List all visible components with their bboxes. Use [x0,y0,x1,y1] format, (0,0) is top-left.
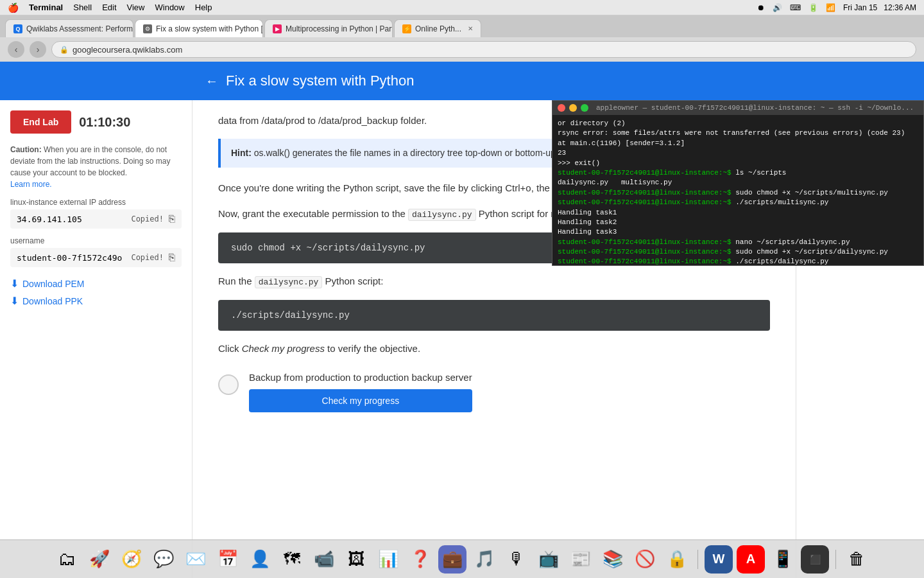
caution-title: Caution: [10,145,42,154]
dock-finder[interactable]: 🗂 [53,545,81,574]
dock-contacts[interactable]: 👤 [246,545,274,574]
terminal-body[interactable]: or directory (2) rsync error: some files… [552,115,923,266]
menu-terminal[interactable]: Terminal [29,3,63,12]
code-chmod-text: sudo chmod +x ~/scripts/dailysync.py [231,243,425,253]
ip-value-row: 34.69.141.105 Copied! ⎘ [10,209,182,229]
tab-fix-python-icon: ⚙ [143,24,152,33]
back-button[interactable]: ‹ [8,41,24,58]
page-back-button[interactable]: ← [205,74,218,89]
ip-label: linux-instance external IP address [10,198,182,207]
dock-facetime[interactable]: 📹 [310,545,338,574]
dock-maps[interactable]: 🗺 [278,545,306,574]
tab-qwiklabs-label: Qwiklabs Assessment: Perform... [26,24,133,33]
terminal-line: Handling task2 [558,218,918,227]
tab-online-python-icon: ⚡ [402,24,411,33]
dock-messages[interactable]: 💬 [150,545,178,574]
para-run: Run the dailysync.py Python script: [218,274,770,290]
terminal-titlebar: appleowner — student-00-7f1572c49011@lin… [552,101,923,115]
username-copied-badge: Copied! [131,253,164,262]
menu-help[interactable]: Help [195,3,212,12]
terminal-line: student-00-7f1572c49011@linux-instance:~… [558,257,918,266]
dock-trash[interactable]: 🗑 [843,545,871,574]
page-title: Fix a slow system with Python [226,73,414,89]
dock-music[interactable]: 🎵 [470,545,499,574]
dock-whatsapp[interactable]: 📱 [769,545,797,574]
menu-view[interactable]: View [127,3,145,12]
inline-code-dailysync2: dailysync.py [255,276,323,288]
hint-label: Hint: [231,148,252,158]
learn-more-link[interactable]: Learn more. [10,180,52,189]
menubar-datetime: Fri Jan 15 12:36 AM [843,3,916,12]
terminal-line: rsync error: some files/attrs were not t… [558,128,918,138]
download-ppk-link[interactable]: ⬇ Download PPK [10,295,182,307]
username-value-row: student-00-7f1572c49o Copied! ⎘ [10,248,182,267]
menubar-right: ⏺ 🔊 ⌨ 🔋 📶 Fri Jan 15 12:36 AM [757,3,916,12]
dock-calendar[interactable]: 📅 [214,545,242,574]
download-pem-label: Download PEM [22,279,85,289]
terminal-maximize-button[interactable] [581,104,588,112]
ip-copied-badge: Copied! [131,215,164,223]
check-progress-italic: Check my progress [242,343,325,354]
dock-privacy[interactable]: 🔒 [663,545,691,574]
terminal-title: appleowner — student-00-7f1572c49011@lin… [596,104,914,112]
tab-fix-python[interactable]: ⚙ Fix a slow system with Python [.. ✕ [135,19,263,37]
address-bar[interactable]: 🔒 googlecoursera.qwiklabs.com [51,41,916,58]
dock-books[interactable]: 📚 [599,545,627,574]
tab-qwiklabs[interactable]: Q Qwiklabs Assessment: Perform... ✕ [5,19,133,37]
terminal-line: dailysync.py multisync.py [558,178,918,188]
username-copy-button[interactable]: ⎘ [169,252,175,263]
dock-launchpad[interactable]: 🚀 [85,545,114,574]
progress-content: Backup from production to production bac… [249,372,472,412]
terminal-window[interactable]: appleowner — student-00-7f1572c49011@lin… [552,100,924,266]
download-pem-link[interactable]: ⬇ Download PEM [10,277,182,290]
tab-online-python-label: Online Pyth... [415,24,461,33]
dock-teams[interactable]: 💼 [438,545,466,574]
terminal-close-button[interactable] [558,104,565,112]
terminal-line: student-00-7f1572c49011@linux-instance:~… [558,188,918,198]
dock-mail[interactable]: ✉️ [182,545,210,574]
menu-window[interactable]: Window [155,3,185,12]
menu-shell[interactable]: Shell [73,3,92,12]
progress-radio-indicator [218,374,239,395]
dock-appletv[interactable]: 📺 [535,545,563,574]
tab-online-python[interactable]: ⚡ Online Pyth... ✕ [394,19,481,37]
terminal-line: student-00-7f1572c49011@linux-instance:~… [558,238,918,247]
ip-copy-button[interactable]: ⎘ [169,213,175,225]
dock-podcasts[interactable]: 🎙 [502,545,531,574]
dock-divider2 [835,550,836,569]
dock-terminal[interactable]: ⬛ [801,545,829,574]
menubar-wifi[interactable]: 📶 [826,3,835,12]
terminal-minimize-button[interactable] [569,104,577,112]
dock-safari[interactable]: 🧭 [117,545,146,574]
dock-news[interactable]: 📰 [567,545,595,574]
check-progress-section: Backup from production to production bac… [218,372,770,412]
apple-menu[interactable]: 🍎 [8,3,19,13]
tab-multiprocessing[interactable]: ▶ Multiprocessing in Python | Part... ✕ [264,19,393,37]
dock-word[interactable]: W [705,545,733,574]
end-lab-button[interactable]: End Lab [10,110,71,134]
check-progress-button[interactable]: Check my progress [249,389,472,412]
terminal-line: student-00-7f1572c49011@linux-instance:~… [558,247,918,257]
terminal-line: 23 [558,148,918,158]
terminal-line: student-00-7f1572c49011@linux-instance:~… [558,198,918,207]
inline-code-dailysync1: dailysync.py [408,209,476,221]
tab-online-python-close[interactable]: ✕ [468,25,473,32]
dock-help[interactable]: ❓ [406,545,434,574]
menubar-volume[interactable]: 🔊 [773,3,782,12]
dock-photos[interactable]: 🖼 [342,545,370,574]
para-check: Click Check my progress to verify the ob… [218,341,770,356]
forward-button[interactable]: › [30,41,46,58]
download-ppk-label: Download PPK [22,296,83,306]
download-pem-icon: ⬇ [10,277,19,290]
dock-acrobat[interactable]: A [737,545,765,574]
browser-toolbar: ‹ › 🔒 googlecoursera.qwiklabs.com [0,37,924,62]
download-section: ⬇ Download PEM ⬇ Download PPK [10,277,182,307]
dock-numbers[interactable]: 📊 [374,545,402,574]
menubar-bluetooth[interactable]: ⌨ [790,3,801,12]
dock-blocked[interactable]: 🚫 [631,545,659,574]
left-sidebar: End Lab 01:10:30 Caution: When you are i… [0,100,193,578]
mac-menubar: 🍎 Terminal Shell Edit View Window Help ⏺… [0,0,924,15]
menu-edit[interactable]: Edit [102,3,116,12]
terminal-line: or directory (2) [558,119,918,128]
right-header-spacer [796,62,924,100]
